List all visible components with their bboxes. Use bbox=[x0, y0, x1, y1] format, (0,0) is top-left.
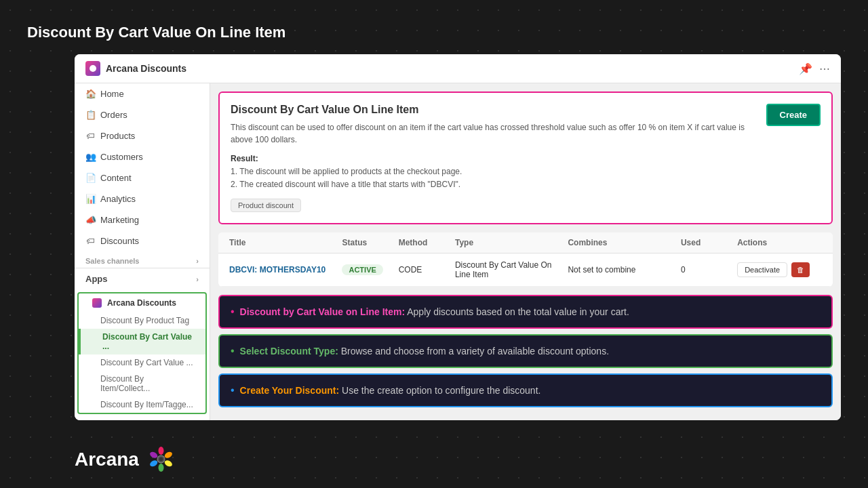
col-combines: Combines bbox=[568, 238, 680, 247]
info-card-description: This discount can be used to offer disco… bbox=[231, 121, 766, 146]
top-bar: Arcana Discounts 📌 ⋯ bbox=[75, 54, 841, 83]
orders-icon: 📋 bbox=[85, 110, 95, 120]
sidebar-subitem-cart-value-2[interactable]: Discount By Cart Value ... bbox=[79, 354, 205, 371]
info-card-result: Result: 1. The discount will be applied … bbox=[231, 152, 766, 192]
subitem-cart-value-label: Discount By Cart Value ... bbox=[102, 332, 192, 351]
app-logo-icon bbox=[85, 61, 100, 76]
cell-title: DBCVI: MOTHERSDAY10 bbox=[229, 265, 342, 274]
cell-combines: Not set to combine bbox=[568, 265, 680, 274]
result-title: Result: bbox=[231, 154, 258, 163]
feature-cards: • Discount by Cart Value on Line Item: A… bbox=[218, 295, 833, 407]
info-card-title: Discount By Cart Value On Line Item bbox=[231, 104, 766, 116]
apps-label: Apps bbox=[85, 274, 108, 284]
feature-pink-highlight: Discount by Cart Value on Line Item: bbox=[240, 306, 405, 317]
sidebar-label-orders: Orders bbox=[100, 110, 127, 120]
sidebar-item-analytics[interactable]: 📊 Analytics bbox=[75, 188, 210, 209]
cell-method: CODE bbox=[399, 265, 455, 274]
col-type: Type bbox=[455, 238, 568, 247]
col-title: Title bbox=[229, 238, 342, 247]
deactivate-button[interactable]: Deactivate bbox=[737, 262, 787, 277]
feature-green-text: Select Discount Type: Browse and choose … bbox=[240, 346, 609, 357]
apps-section: Apps › Arcana Discounts Discount By Prod… bbox=[75, 268, 210, 414]
sidebar-label-products: Products bbox=[100, 131, 135, 141]
feature-green-highlight: Select Discount Type: bbox=[240, 346, 338, 357]
svg-point-2 bbox=[163, 451, 173, 460]
sidebar: 🏠 Home 📋 Orders 🏷 Products 👥 Customers 📄… bbox=[75, 83, 210, 420]
delete-button[interactable]: 🗑 bbox=[791, 262, 810, 277]
feature-card-green: • Select Discount Type: Browse and choos… bbox=[218, 334, 833, 368]
svg-point-1 bbox=[158, 447, 163, 455]
apps-green-box: Arcana Discounts Discount By Product Tag… bbox=[77, 292, 207, 414]
feature-pink-normal: Apply discounts based on the total value… bbox=[407, 306, 629, 317]
sidebar-subitem-item-collect[interactable]: Discount By Item/Collect... bbox=[79, 371, 205, 396]
feature-pink-text: Discount by Cart Value on Line Item: App… bbox=[240, 306, 629, 317]
table-header: Title Status Method Type Combines Used A… bbox=[218, 232, 833, 253]
sidebar-label-marketing: Marketing bbox=[100, 215, 139, 225]
feature-green-normal: Browse and choose from a variety of avai… bbox=[341, 346, 609, 357]
col-actions: Actions bbox=[737, 238, 822, 247]
sidebar-item-home[interactable]: 🏠 Home bbox=[75, 83, 210, 104]
svg-point-5 bbox=[149, 459, 158, 468]
feature-card-blue: • Create Your Discount: Use the create o… bbox=[218, 373, 833, 407]
apps-header[interactable]: Apps › bbox=[75, 268, 210, 289]
sidebar-label-customers: Customers bbox=[100, 152, 143, 162]
bullet-green: • bbox=[231, 345, 235, 357]
products-icon: 🏷 bbox=[85, 131, 95, 141]
main-content: Discount By Cart Value On Line Item This… bbox=[210, 83, 841, 420]
subitem-item-collect-label: Discount By Item/Collect... bbox=[100, 374, 150, 393]
marketing-icon: 📣 bbox=[85, 215, 95, 225]
arcana-discounts-label: Arcana Discounts bbox=[107, 298, 176, 308]
sales-channels-label: Sales channels bbox=[85, 257, 140, 265]
create-button[interactable]: Create bbox=[766, 104, 821, 126]
sidebar-item-orders[interactable]: 📋 Orders bbox=[75, 104, 210, 125]
sidebar-label-discounts: Discounts bbox=[100, 236, 139, 246]
content-area: 🏠 Home 📋 Orders 🏷 Products 👥 Customers 📄… bbox=[75, 83, 841, 420]
subitem-item-tagge-label: Discount By Item/Tagge... bbox=[100, 400, 193, 409]
col-method: Method bbox=[399, 238, 455, 247]
discount-table: Title Status Method Type Combines Used A… bbox=[218, 232, 833, 287]
sidebar-label-analytics: Analytics bbox=[100, 194, 136, 204]
arcana-icon bbox=[92, 298, 102, 308]
sidebar-item-arcana-discounts[interactable]: Arcana Discounts bbox=[79, 293, 205, 312]
sales-channels-header: Sales channels › bbox=[75, 251, 210, 268]
home-icon: 🏠 bbox=[85, 89, 95, 99]
logo-flower-icon bbox=[146, 444, 176, 474]
result-line1: 1. The discount will be applied to produ… bbox=[231, 167, 462, 176]
sidebar-item-content[interactable]: 📄 Content bbox=[75, 167, 210, 188]
more-icon[interactable]: ⋯ bbox=[819, 62, 830, 75]
sidebar-subitem-item-tagge[interactable]: Discount By Item/Tagge... bbox=[79, 396, 205, 413]
feature-card-pink: • Discount by Cart Value on Line Item: A… bbox=[218, 295, 833, 329]
analytics-icon: 📊 bbox=[85, 194, 95, 204]
feature-blue-normal: Use the create option to configure the d… bbox=[342, 385, 540, 396]
subitem-product-tag-label: Discount By Product Tag bbox=[100, 316, 189, 325]
content-icon: 📄 bbox=[85, 173, 95, 183]
sales-channels-chevron: › bbox=[196, 257, 199, 265]
apps-chevron-icon: › bbox=[196, 275, 199, 283]
sidebar-item-products[interactable]: 🏷 Products bbox=[75, 125, 210, 146]
status-badge: ACTIVE bbox=[342, 264, 382, 275]
cell-actions: Deactivate 🗑 bbox=[737, 262, 822, 277]
cell-type: Discount By Cart Value On Line Item bbox=[455, 260, 568, 279]
discounts-icon: 🏷 bbox=[85, 236, 95, 246]
sidebar-label-home: Home bbox=[100, 89, 124, 99]
sidebar-subitem-cart-value[interactable]: Discount By Cart Value ... bbox=[79, 329, 205, 354]
cell-status: ACTIVE bbox=[342, 264, 398, 275]
table-row: DBCVI: MOTHERSDAY10 ACTIVE CODE Discount… bbox=[218, 253, 833, 287]
bullet-blue: • bbox=[231, 384, 235, 396]
svg-point-3 bbox=[163, 459, 173, 468]
product-discount-badge: Product discount bbox=[231, 199, 301, 212]
pin-icon[interactable]: 📌 bbox=[799, 62, 812, 75]
sidebar-item-customers[interactable]: 👥 Customers bbox=[75, 146, 210, 167]
feature-blue-highlight: Create Your Discount: bbox=[240, 385, 340, 396]
logo-text: Arcana bbox=[75, 449, 139, 470]
svg-point-8 bbox=[159, 458, 163, 462]
svg-point-4 bbox=[158, 464, 163, 472]
result-line2: 2. The created discount will have a titl… bbox=[231, 180, 460, 189]
svg-point-6 bbox=[149, 451, 158, 460]
app-name: Arcana Discounts bbox=[106, 63, 186, 74]
sidebar-item-marketing[interactable]: 📣 Marketing bbox=[75, 209, 210, 230]
info-card-title-block: Discount By Cart Value On Line Item This… bbox=[231, 104, 766, 212]
bottom-logo: Arcana bbox=[75, 444, 176, 474]
sidebar-subitem-product-tag[interactable]: Discount By Product Tag bbox=[79, 312, 205, 329]
sidebar-item-discounts[interactable]: 🏷 Discounts bbox=[75, 230, 210, 251]
